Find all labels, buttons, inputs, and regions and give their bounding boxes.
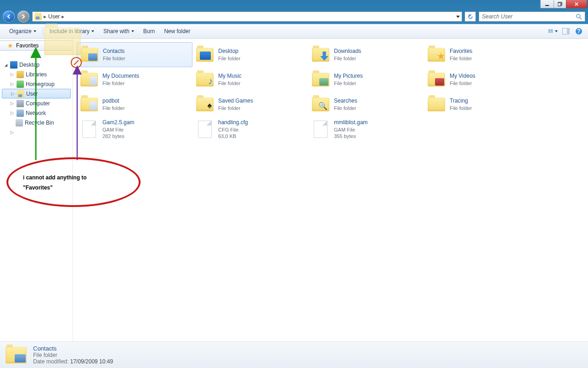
tree-expand[interactable]	[2, 127, 71, 137]
minimize-button[interactable]	[540, 0, 554, 8]
svg-rect-4	[548, 29, 550, 30]
star-icon: ★	[7, 42, 13, 49]
favorites-label: Favorites	[16, 42, 39, 49]
nav-bar: ▸ User ▸ Search User	[0, 9, 588, 24]
favorites-header[interactable]: ★ Favorites	[0, 40, 73, 51]
search-placeholder: Search User	[482, 13, 513, 20]
item-searches[interactable]: 🔍SearchesFile folder	[308, 92, 424, 117]
refresh-button[interactable]	[465, 12, 476, 22]
svg-rect-9	[551, 32, 553, 32]
navigation-pane: ★ Favorites Desktop Libraries Homegroup …	[0, 39, 73, 341]
explorer-window: ▸ User ▸ Search User Organize Include in…	[0, 0, 588, 368]
details-mod-label: Date modified:	[33, 358, 68, 365]
item-tracing[interactable]: TracingFile folder	[424, 92, 540, 117]
item-mydocs[interactable]: My DocumentsFile folder	[77, 67, 192, 92]
svg-rect-6	[548, 32, 550, 32]
tree-computer[interactable]: Computer	[2, 98, 71, 108]
details-pane: Contacts File folder Date modified: 17/0…	[0, 341, 588, 368]
item-handling[interactable]: handling.cfgCFG File63,0 KB	[192, 117, 308, 142]
item-contacts[interactable]: ContactsFile folder	[77, 42, 192, 67]
folder-icon	[34, 13, 42, 20]
item-downloads[interactable]: DownloadsFile folder	[308, 42, 424, 67]
breadcrumb-sep-icon: ▸	[62, 13, 64, 20]
restore-button[interactable]	[554, 0, 566, 8]
new-folder-button[interactable]: New folder	[159, 26, 195, 36]
include-library-button[interactable]: Include in library	[45, 26, 99, 36]
svg-rect-2	[558, 3, 561, 6]
breadcrumb-item[interactable]: User	[48, 13, 60, 20]
svg-rect-5	[548, 31, 550, 31]
svg-point-3	[577, 14, 580, 18]
titlebar	[0, 0, 588, 9]
details-name: Contacts	[33, 345, 113, 352]
item-favorites[interactable]: ★FavoritesFile folder	[424, 42, 540, 67]
item-mymusic[interactable]: ♪My MusicFile folder	[192, 67, 308, 92]
tree-recycle-bin[interactable]: Recycle Bin	[2, 118, 71, 127]
breadcrumb-sep-icon: ▸	[44, 13, 46, 20]
svg-rect-11	[567, 28, 570, 34]
tree-homegroup[interactable]: Homegroup	[2, 79, 71, 89]
address-bar[interactable]: ▸ User ▸	[32, 12, 462, 22]
organize-button[interactable]: Organize	[5, 26, 41, 36]
item-saved-games[interactable]: ♠Saved GamesFile folder	[192, 92, 308, 117]
item-podbot[interactable]: podbotFile folder	[77, 92, 192, 117]
item-myvids[interactable]: My VideosFile folder	[424, 67, 540, 92]
item-gam25[interactable]: Gam2.5.gamGAM File282 bytes	[77, 117, 192, 142]
forward-button[interactable]	[17, 11, 29, 23]
item-desktop[interactable]: DesktopFile folder	[192, 42, 308, 67]
help-button[interactable]: ?	[574, 27, 583, 36]
item-mypics[interactable]: My PicturesFile folder	[308, 67, 424, 92]
svg-rect-0	[545, 5, 549, 6]
address-dropdown[interactable]	[456, 16, 460, 18]
view-mode-button[interactable]	[548, 27, 558, 36]
toolbar: Organize Include in library Share with B…	[0, 24, 588, 39]
close-button[interactable]	[566, 0, 587, 8]
body: ★ Favorites Desktop Libraries Homegroup …	[0, 39, 588, 341]
preview-pane-button[interactable]	[561, 27, 571, 36]
details-mod-value: 17/09/2009 10:49	[70, 358, 113, 365]
svg-rect-7	[551, 29, 553, 30]
tree-network[interactable]: Network	[2, 108, 71, 118]
search-input[interactable]: Search User	[479, 12, 585, 22]
file-list[interactable]: ContactsFile folder DesktopFile folder D…	[73, 39, 588, 341]
tree-user[interactable]: User	[2, 89, 71, 98]
details-icon	[6, 344, 28, 366]
tree: Desktop Libraries Homegroup User Compute…	[0, 51, 73, 137]
details-type: File folder	[33, 352, 113, 358]
svg-rect-8	[551, 31, 553, 31]
item-mmlib[interactable]: mmliblist.gamGAM File355 bytes	[308, 117, 424, 142]
burn-button[interactable]: Burn	[139, 26, 159, 36]
search-icon	[576, 13, 582, 20]
share-with-button[interactable]: Share with	[99, 26, 139, 36]
back-button[interactable]	[3, 11, 15, 23]
tree-desktop[interactable]: Desktop	[2, 60, 71, 69]
tree-libraries[interactable]: Libraries	[2, 69, 71, 79]
svg-text:?: ?	[577, 28, 580, 34]
